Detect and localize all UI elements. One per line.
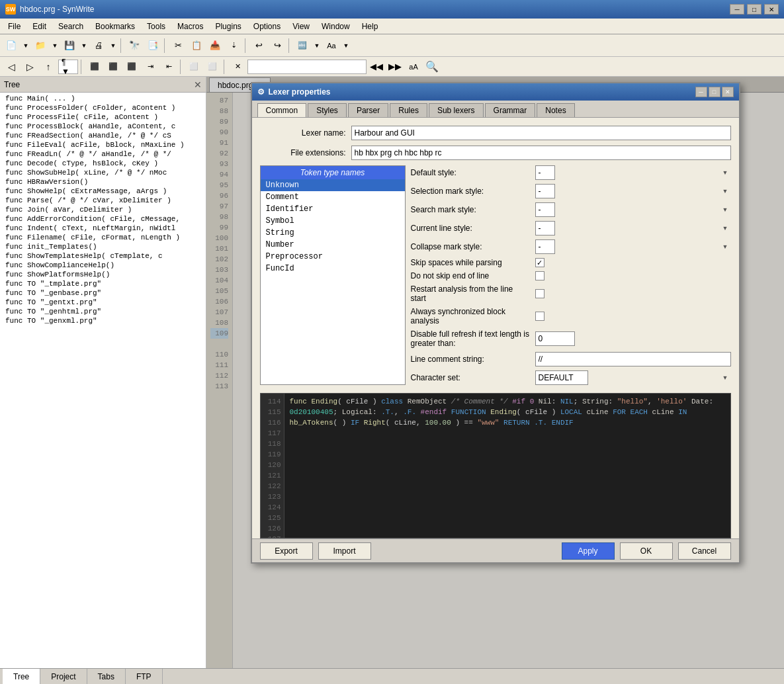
apply-button[interactable]: Apply	[562, 542, 615, 560]
find-next[interactable]: ▶▶	[386, 58, 404, 75]
token-identifier[interactable]: Identifier	[261, 203, 405, 215]
default-style-select[interactable]: -	[535, 165, 555, 180]
tab-parser[interactable]: Parser	[348, 103, 388, 117]
menu-macros[interactable]: Macros	[172, 21, 208, 32]
tab-sublexers[interactable]: Sub lexers	[429, 103, 484, 117]
tree-item[interactable]: func ProcessFile( cFile, aContent )	[0, 112, 206, 122]
find-options[interactable]: aA	[405, 58, 422, 75]
sync-checkbox[interactable]	[535, 312, 544, 321]
bookmark-prev[interactable]: ⬛	[86, 58, 103, 75]
tree-item[interactable]: func ProcessFolder( cFolder, aContent )	[0, 103, 206, 112]
undo-button[interactable]: ↩	[250, 37, 267, 54]
ok-button[interactable]: OK	[620, 542, 673, 560]
cliptext-button[interactable]: 📑	[144, 37, 161, 54]
find-regexp[interactable]: 🔍	[423, 58, 441, 75]
redo-button[interactable]: ↪	[269, 37, 286, 54]
tree-item[interactable]: func TO "_genbase.prg"	[0, 288, 206, 298]
tab-rules[interactable]: Rules	[390, 103, 427, 117]
tab-notes[interactable]: Notes	[537, 103, 574, 117]
paste-button[interactable]: 📥	[206, 37, 224, 54]
tree-item[interactable]: func ShowHelp( cExtraMessage, aArgs )	[0, 187, 206, 196]
tree-item[interactable]: func TO "_tmplate.prg"	[0, 279, 206, 288]
dialog-minimize[interactable]: ─	[695, 87, 707, 97]
dialog-close[interactable]: ✕	[722, 87, 734, 97]
cut-button[interactable]: ✂	[169, 37, 187, 54]
print-dropdown[interactable]: ▼	[109, 37, 118, 54]
font-button[interactable]: Aa	[323, 37, 340, 54]
tree-item[interactable]: func ProcessBlock( aHandle, aContent, c	[0, 122, 206, 131]
back-button[interactable]: ◁	[3, 58, 20, 75]
maximize-button[interactable]: □	[747, 4, 762, 15]
tree-item[interactable]: func ShowComplianceHelp()	[0, 261, 206, 270]
bottom-tab-tree[interactable]: Tree	[3, 669, 40, 684]
tree-item[interactable]: func TO "_genxml.prg"	[0, 316, 206, 325]
tab-styles[interactable]: Styles	[308, 103, 347, 117]
menu-search[interactable]: Search	[53, 21, 89, 32]
tree-item[interactable]: func Join( aVar, cDelimiter )	[0, 205, 206, 214]
menu-view[interactable]: View	[287, 21, 315, 32]
token-number[interactable]: Number	[261, 239, 405, 251]
bottom-tab-tabs[interactable]: Tabs	[87, 669, 126, 684]
lexer-name-input[interactable]	[351, 126, 731, 140]
selection-mark-select[interactable]: -	[535, 184, 555, 198]
bookmark-next[interactable]: ⬛	[105, 58, 122, 75]
tree-item[interactable]: func TO "_gentxt.prg"	[0, 298, 206, 307]
tree-item[interactable]: func AddErrorCondition( cFile, cMessage,	[0, 214, 206, 224]
token-preprocessor[interactable]: Preprocessor	[261, 251, 405, 263]
save-button[interactable]: 💾	[61, 37, 78, 54]
token-comment[interactable]: Comment	[261, 191, 405, 203]
search-mark-select[interactable]: -	[535, 202, 555, 217]
format-dropdown[interactable]: ¶ ▼	[58, 60, 78, 74]
forward-button[interactable]: ▷	[21, 58, 38, 75]
token-string[interactable]: String	[261, 227, 405, 239]
tab-common[interactable]: Common	[257, 103, 307, 117]
token-symbol[interactable]: Symbol	[261, 215, 405, 227]
search-input[interactable]	[247, 60, 367, 74]
menu-help[interactable]: Help	[357, 21, 384, 32]
preview-code-text[interactable]: func Ending( cFile ) class RemObject /* …	[284, 394, 730, 538]
close-button[interactable]: ✕	[764, 4, 779, 15]
cancel-button[interactable]: Cancel	[678, 542, 731, 560]
sidebar-close-button[interactable]: ✕	[194, 79, 202, 90]
tree-item[interactable]: func init_Templates()	[0, 242, 206, 251]
tree-item[interactable]: func Filename( cFile, cFormat, nLength )	[0, 233, 206, 242]
font-dropdown[interactable]: ▼	[341, 37, 351, 54]
find-prev[interactable]: ◀◀	[368, 58, 385, 75]
minimize-button[interactable]: ─	[730, 4, 744, 15]
restart-checkbox[interactable]	[535, 289, 544, 298]
tree-item[interactable]: func TO "_genhtml.prg"	[0, 307, 206, 316]
line-comment-input[interactable]	[535, 352, 731, 366]
bottom-tab-ftp[interactable]: FTP	[126, 669, 163, 684]
sort-dropdown[interactable]: ▼	[312, 37, 322, 54]
sort-button[interactable]: 🔤	[294, 37, 311, 54]
close-search[interactable]: ✕	[229, 58, 246, 75]
export-button[interactable]: Export	[260, 542, 313, 560]
collapse-mark-select[interactable]: -	[535, 239, 555, 254]
token-funcid[interactable]: FuncId	[261, 263, 405, 275]
indent-button[interactable]: ⇥	[142, 58, 159, 75]
dialog-maximize[interactable]: □	[709, 87, 720, 97]
unindent-button[interactable]: ⇤	[160, 58, 177, 75]
search-button[interactable]: 🔭	[126, 37, 143, 54]
skip-spaces-checkbox[interactable]	[535, 258, 544, 267]
wrap-button[interactable]: ⬜	[204, 58, 221, 75]
tree-item[interactable]: func FileEval( acFile, bBlock, nMaxLine …	[0, 140, 206, 150]
tree-item[interactable]: func ShowTemplatesHelp( cTemplate, c	[0, 251, 206, 261]
up-button[interactable]: ↑	[40, 58, 57, 75]
menu-edit[interactable]: Edit	[27, 21, 52, 32]
tree-item[interactable]: func FReadSection( aHandle, /* @ */ cS	[0, 131, 206, 140]
bottom-tab-project[interactable]: Project	[40, 669, 87, 684]
save-dropdown[interactable]: ▼	[79, 37, 89, 54]
tree-item[interactable]: func ShowPlatformsHelp()	[0, 270, 206, 279]
current-line-select[interactable]: -	[535, 221, 555, 235]
menu-window[interactable]: Window	[316, 21, 355, 32]
no-skip-eol-checkbox[interactable]	[535, 271, 544, 280]
menu-bookmarks[interactable]: Bookmarks	[90, 21, 140, 32]
tree-item[interactable]: func HBRawVersion()	[0, 177, 206, 187]
print-button[interactable]: 🖨	[90, 37, 107, 54]
menu-tools[interactable]: Tools	[142, 21, 171, 32]
tree-item[interactable]: func FReadLn( /* @ */ aHandle, /* @ */	[0, 150, 206, 159]
tree-item[interactable]: func ShowSubHelp( xLine, /* @ */ nMoc	[0, 168, 206, 177]
open-dropdown[interactable]: ▼	[50, 37, 60, 54]
bookmark-toggle[interactable]: ⬛	[123, 58, 140, 75]
